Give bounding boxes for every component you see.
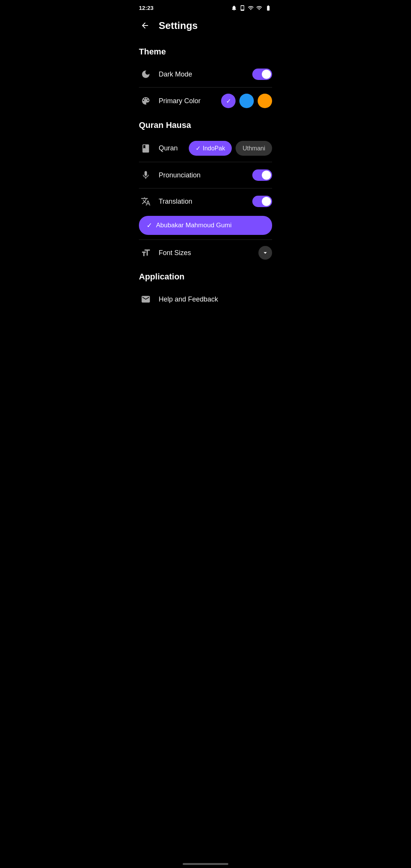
- translation-toggle-thumb: [262, 197, 271, 206]
- translation-selector[interactable]: ✓ Abubakar Mahmoud Gumi: [139, 216, 272, 235]
- help-feedback-row[interactable]: Help and Feedback: [131, 286, 280, 312]
- uthmani-label: Uthmani: [242, 145, 265, 152]
- status-icons: [231, 5, 272, 11]
- color-purple[interactable]: ✓: [221, 94, 236, 108]
- quran-icon: [139, 142, 153, 155]
- back-button[interactable]: [137, 18, 153, 33]
- quran-buttons: ✓ IndoPak Uthmani: [189, 141, 272, 156]
- font-sizes-row[interactable]: Font Sizes: [131, 240, 280, 266]
- status-time: 12:23: [139, 5, 153, 11]
- translation-label: Translation: [159, 198, 246, 206]
- help-feedback-label: Help and Feedback: [159, 295, 272, 303]
- pronunciation-row[interactable]: Pronunciation: [131, 162, 280, 188]
- notification-icon: [231, 5, 237, 11]
- font-sizes-label: Font Sizes: [159, 249, 252, 257]
- translation-selector-text: Abubakar Mahmoud Gumi: [156, 222, 231, 229]
- page-title: Settings: [159, 20, 198, 32]
- theme-section: Theme Dark Mode Primary Color ✓: [131, 41, 280, 114]
- color-options: ✓: [221, 94, 272, 108]
- battery-icon: [264, 5, 272, 11]
- header: Settings: [131, 14, 280, 41]
- application-section: Application Help and Feedback: [131, 266, 280, 312]
- pronunciation-toggle[interactable]: [252, 169, 272, 181]
- theme-section-label: Theme: [131, 41, 280, 61]
- quran-hausa-section: Quran Hausa Quran ✓ IndoPak Uthmani Pron…: [131, 114, 280, 266]
- application-section-label: Application: [131, 266, 280, 286]
- dark-mode-icon: [139, 67, 153, 81]
- translation-selector-check: ✓: [147, 221, 152, 230]
- quran-label: Quran: [159, 144, 183, 152]
- translation-icon: [139, 195, 153, 208]
- quran-hausa-section-label: Quran Hausa: [131, 114, 280, 135]
- translation-toggle[interactable]: [252, 196, 272, 207]
- primary-color-label: Primary Color: [159, 97, 215, 105]
- dark-mode-label: Dark Mode: [159, 70, 246, 78]
- color-orange[interactable]: [258, 94, 272, 108]
- pronunciation-toggle-thumb: [262, 171, 271, 180]
- purple-check-icon: ✓: [226, 97, 231, 105]
- indopak-check-icon: ✓: [196, 145, 201, 152]
- primary-color-icon: [139, 94, 153, 108]
- font-sizes-dropdown-icon[interactable]: [258, 246, 272, 260]
- quran-row[interactable]: Quran ✓ IndoPak Uthmani: [131, 135, 280, 162]
- portrait-icon: [239, 5, 245, 11]
- help-feedback-icon: [139, 292, 153, 306]
- signal-icon: [248, 5, 254, 11]
- quran-btn-indopak[interactable]: ✓ IndoPak: [189, 141, 232, 156]
- indopak-label: IndoPak: [203, 145, 225, 152]
- quran-btn-uthmani[interactable]: Uthmani: [236, 141, 272, 156]
- pronunciation-label: Pronunciation: [159, 171, 246, 179]
- primary-color-row[interactable]: Primary Color ✓: [131, 88, 280, 114]
- dark-mode-toggle[interactable]: [252, 69, 272, 80]
- dark-mode-row[interactable]: Dark Mode: [131, 61, 280, 87]
- translation-row[interactable]: Translation: [131, 188, 280, 214]
- dark-mode-toggle-thumb: [262, 70, 271, 79]
- status-bar: 12:23: [131, 0, 280, 14]
- pronunciation-icon: [139, 168, 153, 182]
- color-blue[interactable]: [239, 94, 254, 108]
- wifi-icon: [256, 5, 262, 11]
- font-sizes-icon: [139, 246, 153, 260]
